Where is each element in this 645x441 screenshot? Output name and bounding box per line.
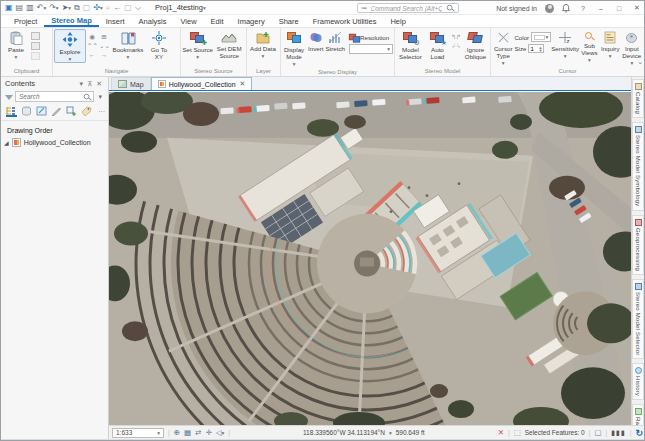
grid-status-icon[interactable]: ▦ <box>184 428 191 437</box>
explore-button[interactable]: Explore▾ <box>54 29 86 63</box>
dock-tab-stereo-model-symbology[interactable]: Stereo Model Symbology <box>632 122 644 210</box>
pane-close-icon[interactable]: ✕ <box>94 80 104 88</box>
new-project-icon[interactable]: ▥ <box>26 3 34 13</box>
list-by-drawing-order-button[interactable] <box>6 106 17 117</box>
view-tab-map[interactable]: Map <box>111 77 151 90</box>
contents-toolbar-overflow-icon[interactable]: ⋯ <box>96 108 107 116</box>
pane-pin-icon[interactable]: ⊼ <box>85 80 94 88</box>
set-dem-source-button[interactable]: Set DEM Source <box>214 29 246 59</box>
maximize-button[interactable]: □ <box>614 5 624 12</box>
next-extent-arrow-icon[interactable]: → <box>99 51 109 58</box>
dock-tab-catalog[interactable]: Catalog <box>632 79 644 118</box>
previous-model-icon[interactable]: ↰↱ <box>451 33 461 40</box>
project-menu-chevron[interactable]: ▾ <box>203 5 206 11</box>
command-search[interactable]: ≔ Command Search (Alt+Q) <box>357 3 459 13</box>
tab-insert[interactable]: Insert <box>99 15 132 27</box>
stretch-button[interactable]: Stretch <box>325 29 345 52</box>
filter-funnel-icon[interactable] <box>5 95 13 100</box>
tab-help[interactable]: Help <box>383 15 412 27</box>
ribbon-collapse-chevron[interactable]: ⌄ <box>637 58 643 66</box>
account-avatar[interactable] <box>545 4 554 13</box>
cut-icon[interactable] <box>31 32 40 40</box>
group-label-stereo-display: Stereo Display <box>282 68 393 76</box>
tab-edit[interactable]: Edit <box>204 15 231 27</box>
copy-paths-icon[interactable]: ⧉ <box>74 3 80 13</box>
add-bookmark-status-icon[interactable]: ⊕ <box>174 428 180 437</box>
list-by-labeling-button[interactable] <box>81 106 92 117</box>
cursor-offset-icon[interactable]: ✛ <box>205 428 211 437</box>
redo-icon[interactable]: ↷▾ <box>49 3 58 13</box>
select-tool-icon[interactable]: ➤▾ <box>62 3 71 13</box>
tab-share[interactable]: Share <box>272 15 306 27</box>
undo-icon[interactable]: ↶▾ <box>37 3 46 13</box>
list-by-data-source-button[interactable] <box>21 106 32 117</box>
clear-selection-status-icon[interactable]: ✕ <box>498 428 504 437</box>
zoom-selection-icon: ⌕ <box>106 3 110 13</box>
add-data-button[interactable]: Add Data▾ <box>248 29 278 59</box>
list-by-editing-button[interactable] <box>51 106 62 117</box>
tab-stereo-map[interactable]: Stereo Map <box>44 15 98 27</box>
zoom-in-icon[interactable]: ⌃⌃ <box>87 42 97 49</box>
refresh-view-icon[interactable]: ↻ <box>635 428 643 438</box>
minimize-button[interactable]: – <box>596 5 606 12</box>
sub-views-button[interactable]: Sub Views▾ <box>579 29 600 64</box>
help-button[interactable]: ? <box>578 5 588 12</box>
tab-view[interactable]: View <box>173 15 203 27</box>
attributes-status-icon[interactable]: ▢ <box>594 428 601 437</box>
zoom-out-icon[interactable]: ⌄⌄ <box>99 42 109 49</box>
tab-imagery[interactable]: Imagery <box>231 15 272 27</box>
notifications-bell-icon[interactable] <box>562 4 570 13</box>
open-project-icon[interactable]: ▤ <box>16 3 24 13</box>
signin-status[interactable]: Not signed in <box>496 5 537 12</box>
stereo-map-view[interactable] <box>109 92 633 425</box>
list-by-snapping-button[interactable] <box>66 106 77 117</box>
tab-analysis[interactable]: Analysis <box>132 15 174 27</box>
fixed-zoom-in-icon[interactable]: ⊞ <box>99 33 109 40</box>
search-options-chevron-icon[interactable]: ▾ <box>96 93 104 101</box>
elevation-value: 590.649 ft <box>396 429 425 436</box>
previous-extent-arrow-icon[interactable]: ← <box>87 51 97 58</box>
display-mode-button[interactable]: Display Mode▾ <box>282 29 306 68</box>
swap-stereo-pair-icon[interactable]: ⇄ <box>195 428 201 437</box>
selected-features-label[interactable]: Selected Features: 0 <box>525 429 585 436</box>
ignore-oblique-button[interactable]: Ignore Oblique <box>462 29 489 60</box>
model-selector-button[interactable]: ⚙ Model Selector <box>396 29 425 60</box>
dock-tab-history[interactable]: History <box>632 363 644 400</box>
go-to-xy-button[interactable]: Go To XY <box>146 29 172 60</box>
layer-expand-triangle-icon[interactable]: ◢ <box>4 139 9 146</box>
explore-tool-icon[interactable]: ✣▾ <box>93 3 102 13</box>
cursor-size-spinner[interactable]: 1▲▼ <box>528 44 544 53</box>
sensitivity-button[interactable]: z Sensitivity▾ <box>551 29 579 59</box>
resolution-dropdown[interactable]: ▾ <box>349 44 393 54</box>
tab-project[interactable]: Project <box>7 15 44 27</box>
auto-load-button[interactable]: ★ Auto Load <box>425 29 450 60</box>
sub-views-icon <box>584 31 594 41</box>
bookmarks-button[interactable]: Bookmarks▾ <box>110 29 146 60</box>
dock-tab-stereo-model-selector[interactable]: Stereo Model Selector <box>632 279 644 360</box>
dock-tab-geoprocessing[interactable]: Geoprocessing <box>632 215 644 275</box>
list-by-selection-button[interactable] <box>36 106 47 117</box>
map-scale-combo[interactable]: 1:633▾ <box>112 428 164 438</box>
cursor-color-swatch[interactable]: ▾ <box>531 32 551 42</box>
command-search-placeholder: Command Search (Alt+Q) <box>371 5 443 12</box>
inquiry-button[interactable]: Inquiry▾ <box>600 29 621 59</box>
tab-framework-utilities[interactable]: Framework Utilities <box>306 15 384 27</box>
paste-button[interactable]: Paste▾ <box>2 29 30 60</box>
layer-item-hollywood-collection[interactable]: ◢ Hollywood_Collection <box>1 136 108 149</box>
pane-menu-chevron-icon[interactable]: ▾ <box>77 80 85 88</box>
coordinate-readout[interactable]: 118.339560°W 34.113194°N ▾ 590.649 ft <box>303 429 425 436</box>
pane-layout-status-icon[interactable]: ▮▮▮ <box>611 429 626 437</box>
view-tab-hollywood-collection[interactable]: Hollywood_Collection ✕ <box>151 77 253 90</box>
full-extent-icon[interactable]: ◉ <box>87 33 97 40</box>
customize-qat-icon[interactable]: ⌵ <box>135 3 141 13</box>
view-tab-close-icon[interactable]: ✕ <box>240 80 246 88</box>
set-source-button[interactable]: ✚ Set Source▾ <box>182 29 214 60</box>
cursor-type-button[interactable]: Cursor Type▾ <box>492 29 514 67</box>
resolution-label: Resolution <box>360 34 389 41</box>
copy-icon[interactable] <box>31 42 40 50</box>
previous-extent-icon[interactable]: ← <box>113 3 121 13</box>
close-button[interactable]: ✕ <box>632 4 642 12</box>
audio-feedback-icon[interactable]: ◁▾ <box>216 428 225 437</box>
invert-button[interactable]: Invert <box>306 29 325 52</box>
save-project-icon[interactable]: ▣ <box>5 3 13 13</box>
